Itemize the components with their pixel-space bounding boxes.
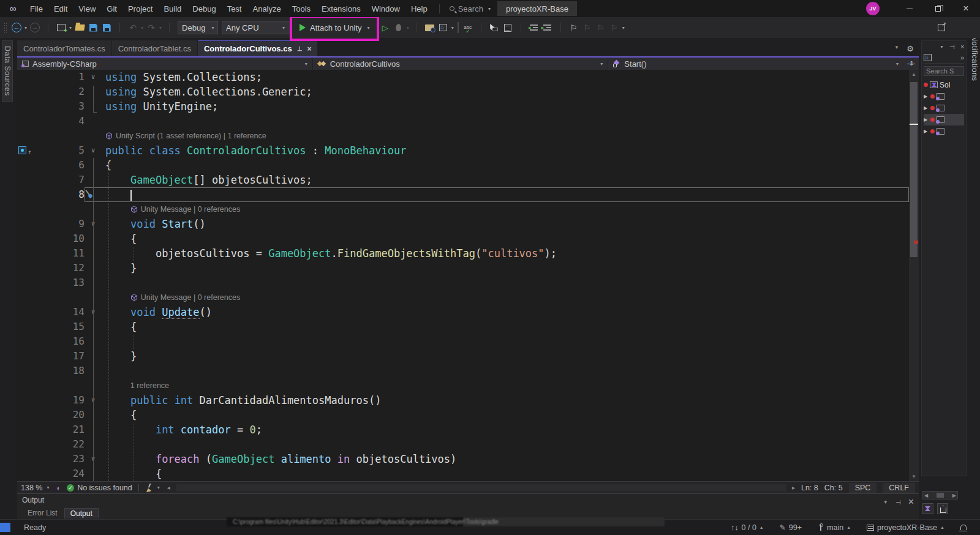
line-ending-indicator[interactable]: CRLF — [883, 483, 915, 493]
code-line-11[interactable]: 11 objetosCultivos = GameObject.FindGame… — [17, 246, 909, 261]
code-cleanup-button[interactable]: ▾ — [145, 484, 161, 492]
code-line-20[interactable]: 20 { — [17, 408, 909, 422]
pin-icon[interactable]: ⊤ — [297, 45, 303, 52]
code-line-8[interactable]: 8 — [17, 187, 909, 202]
menu-edit[interactable]: Edit — [48, 0, 73, 17]
navigate-dropdown-icon[interactable]: ▾ — [450, 25, 455, 31]
scroll-up-icon[interactable]: ▲ — [909, 72, 919, 77]
repository-button[interactable]: proyectoXR-Base▲ — [867, 523, 944, 532]
line-indicator[interactable]: Ln: 8 — [801, 484, 818, 492]
code-line-10[interactable]: 10 { — [17, 231, 909, 246]
restore-button[interactable] — [924, 0, 952, 17]
menu-file[interactable]: File — [24, 0, 48, 17]
codelens-row[interactable]: Unity Message | 0 references — [17, 290, 909, 305]
code-line-9[interactable]: 9∨ void Start() — [17, 217, 909, 231]
code-line-22[interactable]: 22 — [17, 437, 909, 452]
code-line-2[interactable]: 2using System.Collections.Generic; — [17, 84, 909, 99]
close-button[interactable]: × — [952, 0, 980, 17]
selection-mode-button[interactable] — [488, 20, 501, 35]
background-tasks-icon[interactable] — [0, 523, 10, 532]
find-in-files-button[interactable] — [423, 20, 437, 35]
code-line-18[interactable]: 18 — [17, 364, 909, 378]
tab-options-gear-icon[interactable]: ⚙ — [907, 44, 914, 53]
panel-dropdown-icon[interactable]: ▾ — [939, 44, 944, 50]
panel-options-dropdown-icon[interactable]: ▾ — [883, 499, 888, 505]
code-line-7[interactable]: 7 GameObject[] objetosCultivos; — [17, 173, 909, 187]
document-list-dropdown-icon[interactable]: ▾ — [894, 44, 900, 53]
notifications-tab[interactable]: Notifications — [970, 36, 979, 81]
code-line-4[interactable]: 4 — [17, 114, 909, 129]
tree-item-project[interactable]: ▶ — [924, 102, 964, 114]
menu-test[interactable]: Test — [222, 0, 247, 17]
code-editor[interactable]: 1∨using System.Collections;2using System… — [17, 70, 919, 481]
menu-build[interactable]: Build — [158, 0, 187, 17]
hscroll-right-icon[interactable]: ▸ — [792, 484, 795, 491]
back-dropdown-icon[interactable]: ▾ — [23, 25, 28, 31]
close-icon[interactable]: × — [307, 45, 311, 53]
scroll-down-icon[interactable]: ▼ — [909, 474, 919, 479]
redo-button[interactable]: ↷ — [145, 20, 158, 35]
breadcrumb-project[interactable]: Assembly-CSharp ▾ — [17, 58, 313, 70]
output-tab-error-list[interactable]: Error List — [22, 508, 63, 518]
code-line-13[interactable]: 13 — [17, 275, 909, 290]
fold-margin[interactable]: ∨ — [85, 143, 102, 158]
duplicate-lines-button[interactable] — [501, 20, 514, 35]
code-line-17[interactable]: 17 } — [17, 349, 909, 364]
sync-with-active-document-icon[interactable] — [924, 54, 932, 61]
tree-item-project[interactable]: ▶ — [924, 114, 964, 125]
code-line-3[interactable]: 3using UnityEngine; — [17, 99, 909, 114]
menu-analyze[interactable]: Analyze — [247, 0, 286, 17]
tab-controladortomates-cs[interactable]: ControladorTomates.cs — [17, 40, 111, 56]
zoom-dropdown[interactable]: 138 %▾ — [21, 484, 50, 492]
code-line-15[interactable]: 15 { — [17, 320, 909, 334]
toolbar-drag-handle[interactable] — [4, 22, 7, 33]
panel-close-icon[interactable]: × — [908, 496, 914, 507]
fold-margin[interactable]: ∨ — [85, 70, 102, 84]
new-dropdown-icon[interactable]: ▾ — [68, 25, 73, 31]
panel-horizontal-scrollbar[interactable]: ◀ ▶ — [922, 491, 958, 499]
code-line-12[interactable]: 12 } — [17, 261, 909, 275]
navigate-home-button[interactable] — [437, 20, 450, 35]
code-line-23[interactable]: 23∨ foreach (GameObject alimento in obje… — [17, 452, 909, 466]
code-line-5[interactable]: ↑5∨public class ControladorCultivos : Mo… — [17, 143, 909, 158]
split-editor-icon[interactable] — [907, 60, 915, 68]
breadcrumb-member[interactable]: Start() ▾ — [608, 58, 903, 70]
tree-item-project[interactable]: ▶ — [924, 91, 964, 102]
git-sync-button[interactable]: ↑↓0 / 0▲ — [731, 523, 764, 532]
codelens-row[interactable]: Unity Script (1 asset reference) | 1 ref… — [17, 129, 909, 143]
code-line-6[interactable]: 6{ — [17, 158, 909, 173]
tab-controladorcultivos-cs[interactable]: ControladorCultivos.cs⊤× — [198, 40, 317, 56]
attach-to-unity-button[interactable]: Attach to Unity ▾ — [295, 20, 376, 35]
codelens-text[interactable]: 1 reference — [130, 378, 169, 393]
data-sources-tab[interactable]: Data Sources — [2, 40, 13, 102]
expand-arrow-icon[interactable]: ▶ — [924, 129, 929, 134]
codelens-text[interactable]: Unity Script (1 asset reference) | 1 ref… — [116, 129, 266, 143]
hscroll-left-icon[interactable]: ◂ — [167, 484, 170, 491]
codelens-row[interactable]: Unity Message | 0 references — [17, 202, 909, 217]
panel-close-icon[interactable]: × — [960, 43, 964, 50]
scroll-right-icon[interactable]: ▶ — [952, 493, 956, 498]
menu-view[interactable]: View — [73, 0, 101, 17]
column-indicator[interactable]: Ch: 5 — [824, 484, 843, 492]
expand-arrow-icon[interactable]: ▶ — [924, 105, 929, 111]
pin-icon[interactable]: ⊤ — [895, 499, 902, 505]
spell-check-button[interactable]: abc — [461, 20, 475, 35]
next-bookmark-button[interactable]: ⚐ — [594, 20, 608, 35]
tab-controladortablet-cs[interactable]: ControladorTablet.cs — [112, 40, 197, 56]
solution-platform-dropdown[interactable]: Any CPU▾ — [222, 21, 290, 34]
scroll-left-icon[interactable]: ◀ — [924, 493, 928, 498]
scrollbar-thumb[interactable] — [937, 493, 944, 498]
solution-explorer-icon[interactable] — [922, 503, 933, 514]
collapse-chevron-icon[interactable]: ∨ — [91, 73, 96, 81]
code-line-16[interactable]: 16 — [17, 334, 909, 349]
expand-arrow-icon[interactable]: ▶ — [924, 94, 929, 99]
clear-bookmarks-button[interactable]: ⚐ — [608, 20, 621, 35]
decrease-indent-button[interactable] — [527, 20, 541, 35]
menu-help[interactable]: Help — [405, 0, 433, 17]
start-without-debugging-button[interactable]: ▷ — [379, 20, 392, 35]
horizontal-scrollbar[interactable] — [176, 484, 786, 492]
breadcrumb-type[interactable]: ControladorCultivos ▾ — [313, 58, 609, 70]
menu-extensions[interactable]: Extensions — [316, 0, 366, 17]
hot-reload-button[interactable] — [392, 20, 405, 35]
bell-icon[interactable] — [960, 525, 967, 530]
